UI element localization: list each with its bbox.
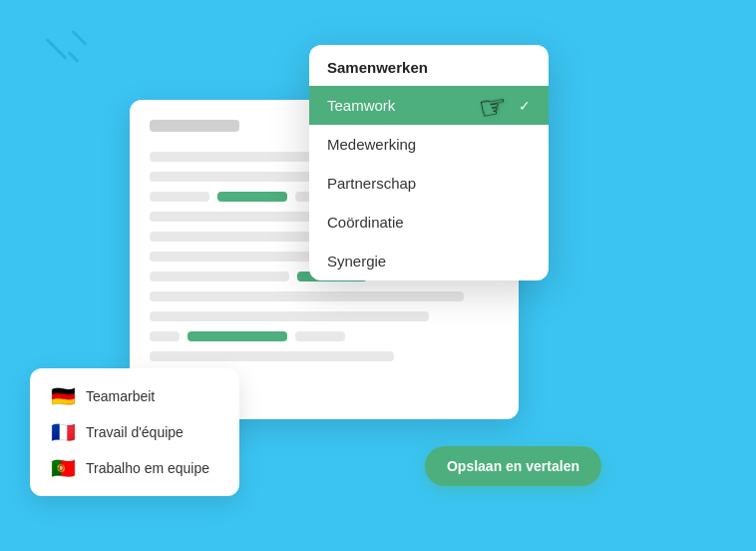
dropdown-item-label: Teamwork [327, 97, 395, 114]
flag-pt-icon: 🇵🇹 [50, 456, 76, 480]
deco-slash-1 [46, 38, 68, 60]
dropdown-item-partnerschap[interactable]: Partnerschap [309, 164, 549, 203]
dropdown-menu: Samenwerken Teamwork ✓ Medewerking Partn… [309, 45, 549, 280]
translation-item-fr: 🇫🇷 Travail d'équipe [50, 420, 219, 444]
line-part [150, 331, 180, 341]
editor-toolbar [150, 120, 239, 132]
flag-de-icon: 🇩🇪 [50, 384, 76, 408]
dropdown-item-synergie[interactable]: Synergie [309, 242, 549, 280]
dropdown-item-coordinatie[interactable]: Coördinatie [309, 203, 549, 242]
editor-line [150, 351, 394, 361]
translation-text-pt: Trabalho em equipe [86, 460, 209, 476]
dropdown-item-label: Partnerschap [327, 175, 416, 192]
flag-fr-icon: 🇫🇷 [50, 420, 76, 444]
translation-text-fr: Travail d'équipe [86, 424, 184, 440]
translation-text-de: Teamarbeit [86, 388, 155, 404]
dropdown-title: Samenwerken [309, 45, 549, 86]
dropdown-item-medewerking[interactable]: Medewerking [309, 125, 549, 164]
editor-line [150, 311, 429, 321]
translation-item-pt: 🇵🇹 Trabalho em equipe [50, 456, 219, 480]
dropdown-item-label: Medewerking [327, 136, 416, 153]
dropdown-item-label: Synergie [327, 253, 386, 270]
editor-line [150, 291, 464, 301]
line-part [150, 192, 209, 202]
line-part [150, 272, 289, 281]
green-chip [217, 192, 287, 202]
dropdown-item-teamwork[interactable]: Teamwork ✓ [309, 86, 549, 125]
translations-card: 🇩🇪 Teamarbeit 🇫🇷 Travail d'équipe 🇵🇹 Tra… [30, 368, 239, 496]
deco-slash-2 [71, 30, 87, 46]
dropdown-item-label: Coördinatie [327, 214, 404, 231]
translation-item-de: 🇩🇪 Teamarbeit [50, 384, 219, 408]
line-part [295, 331, 345, 341]
check-icon: ✓ [519, 98, 531, 114]
deco-slash-3 [67, 51, 79, 63]
save-translate-button[interactable]: Opslaan en vertalen [425, 446, 601, 486]
green-chip [188, 331, 287, 341]
editor-line-with-chip [150, 331, 499, 341]
